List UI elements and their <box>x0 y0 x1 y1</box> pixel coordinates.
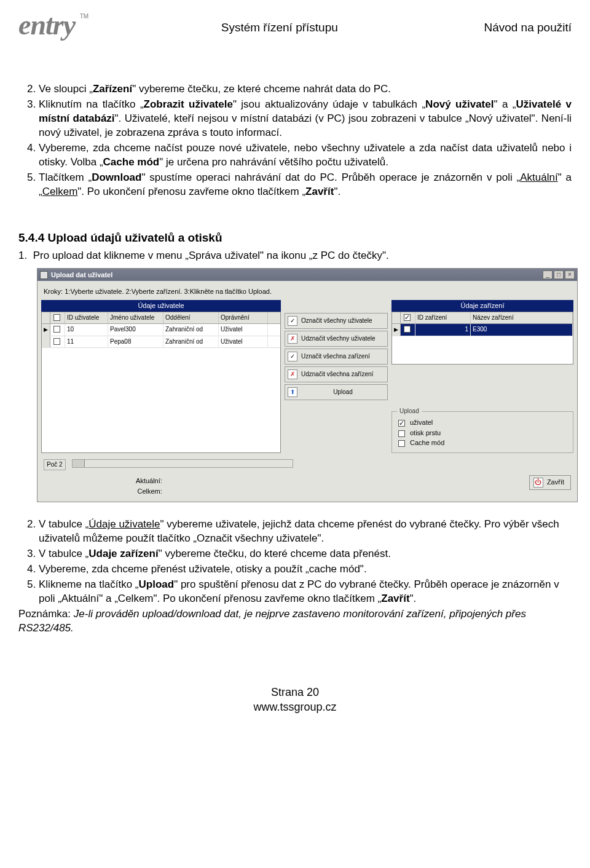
table-row[interactable]: ▶ 1 E300 <box>392 324 573 336</box>
window-icon <box>40 271 48 279</box>
device-table[interactable]: ID zařízení Název zařízení ▶ 1 E300 <box>391 312 573 365</box>
list-item: Vybereme, zda chceme přenést uživatele, … <box>39 562 572 577</box>
list-item: V tabulce „Udaje zařízení" vybereme čteč… <box>39 547 572 561</box>
action-button-column: ✓Označit všechny uživatele ✗Udznačit vše… <box>285 300 388 453</box>
uncheck-icon: ✗ <box>288 334 297 344</box>
check-user[interactable] <box>398 420 405 427</box>
row-checkbox[interactable] <box>53 338 60 345</box>
upload-options-box: Upload uživatel otisk prstu Cache mód <box>391 411 573 454</box>
upload-button[interactable]: ⬆Upload <box>285 384 388 400</box>
check-all-users[interactable] <box>53 314 60 321</box>
list2-item1: 1. Pro upload dat klikneme v menu „Správ… <box>18 249 572 263</box>
upload-window: Upload dat uživatel _ □ × Kroky: 1:Vyber… <box>37 268 578 502</box>
header-right: Návod na použití <box>484 11 572 36</box>
table-row[interactable]: ▶ 10 Pavel300 Zahraniční od Uživatel <box>42 324 280 336</box>
check-icon: ✓ <box>288 316 297 326</box>
device-table-title: Údaje zařízení <box>391 300 573 312</box>
scrollbar[interactable] <box>72 459 293 468</box>
progress-labels: Aktuální: Celkem: <box>44 475 167 496</box>
check-icon: ✓ <box>288 352 297 361</box>
logo-text: entry <box>18 9 75 41</box>
steps-text: Kroky: 1:Vyberte uživatele. 2:Vyberte za… <box>37 281 577 300</box>
count-label: Poč 2 <box>44 459 66 470</box>
select-all-users-button[interactable]: ✓Označit všechny uživatele <box>285 313 388 329</box>
check-cache-mode[interactable] <box>398 440 405 447</box>
list-item: Vybereme, zda chceme načíst pouze nové u… <box>39 141 572 170</box>
maximize-button[interactable]: □ <box>554 270 564 279</box>
logo: entry TM <box>18 11 75 39</box>
window-title: Upload dat uživatel <box>51 270 112 280</box>
instruction-list-2: V tabulce „Údaje uživatele" vybereme uži… <box>18 518 572 606</box>
list-item: Klikneme na tlačítko „Upload" pro spuště… <box>39 578 572 606</box>
footer-url: www.tssgroup.cz <box>18 700 572 714</box>
close-icon: ⏻ <box>533 478 543 487</box>
uncheck-icon: ✗ <box>288 369 297 379</box>
window-titlebar: Upload dat uživatel _ □ × <box>37 269 577 281</box>
select-all-devices-button[interactable]: ✓Uznačit všechna zařízení <box>285 349 388 365</box>
user-table-panel: Údaje uživatele ID uživatele Jméno uživa… <box>41 300 281 453</box>
check-all-devices[interactable] <box>404 314 411 321</box>
row-checkbox[interactable] <box>53 326 60 333</box>
user-table-title: Údaje uživatele <box>41 300 281 312</box>
list-item: Kliknutím na tlačítko „Zobrazit uživatel… <box>39 98 572 140</box>
upload-icon: ⬆ <box>288 387 297 397</box>
row-checkbox[interactable] <box>404 326 411 333</box>
close-dialog-button[interactable]: ⏻ Zavřít <box>529 475 571 490</box>
user-table[interactable]: ID uživatele Jméno uživatele Oddělení Op… <box>41 312 281 454</box>
device-panel: Údaje zařízení ID zařízení Název zařízen… <box>391 300 573 453</box>
header-title: Systém řízení přístupu <box>75 11 484 36</box>
minimize-button[interactable]: _ <box>543 270 553 279</box>
check-fingerprint[interactable] <box>398 430 405 437</box>
logo-tm: TM <box>80 12 88 21</box>
section-heading: 5.4.4 Upload údajů uživatelů a otisků <box>18 230 572 246</box>
deselect-all-devices-button[interactable]: ✗Udznačit všechna zařízení <box>285 366 388 382</box>
page-header: entry TM Systém řízení přístupu Návod na… <box>18 11 572 39</box>
instruction-list-1: Ve sloupci „Zařízení" vybereme čtečku, z… <box>18 82 572 199</box>
list-item: V tabulce „Údaje uživatele" vybereme uži… <box>39 518 572 546</box>
list-item: Ve sloupci „Zařízení" vybereme čtečku, z… <box>39 82 572 97</box>
list-item: Tlačítkem „Download" spustíme operaci na… <box>39 171 572 199</box>
window-footer: Poč 2 <box>37 457 577 475</box>
deselect-all-users-button[interactable]: ✗Udznačit všechny uživatele <box>285 331 388 347</box>
page-footer: Strana 20 www.tssgroup.cz <box>18 685 572 715</box>
upload-box-title: Upload <box>397 407 422 416</box>
table-row[interactable]: 11 Pepa08 Zahraniční od Uživatel <box>42 336 280 349</box>
page-number: Strana 20 <box>18 685 572 700</box>
close-button[interactable]: × <box>565 270 575 279</box>
note-text: Poznámka: Je-li prováděn upload/download… <box>18 607 572 636</box>
